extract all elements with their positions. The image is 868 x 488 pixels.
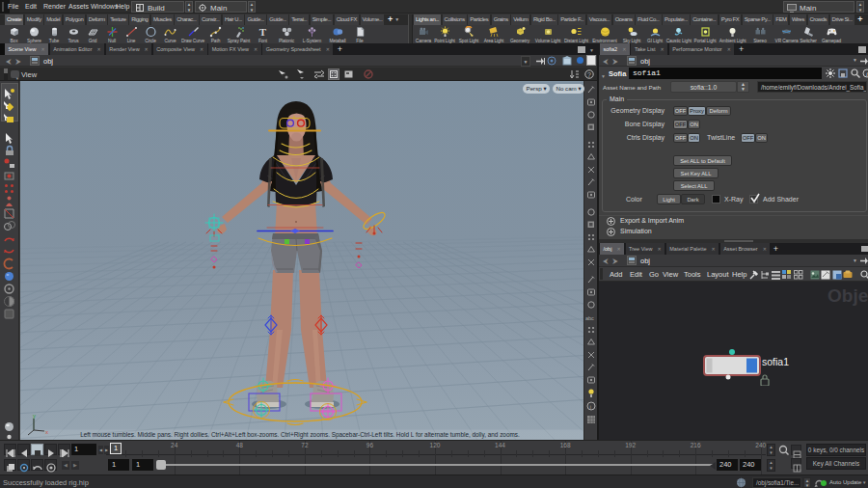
svg-text:y: y — [33, 413, 36, 419]
svg-text:Left mouse tumbles. Middle pan: Left mouse tumbles. Middle pans. Right d… — [80, 431, 520, 439]
svg-text:i: i — [590, 404, 591, 410]
svg-text:abc: abc — [585, 315, 594, 321]
svg-text:T: T — [259, 26, 267, 38]
svg-text:?: ? — [587, 71, 591, 78]
